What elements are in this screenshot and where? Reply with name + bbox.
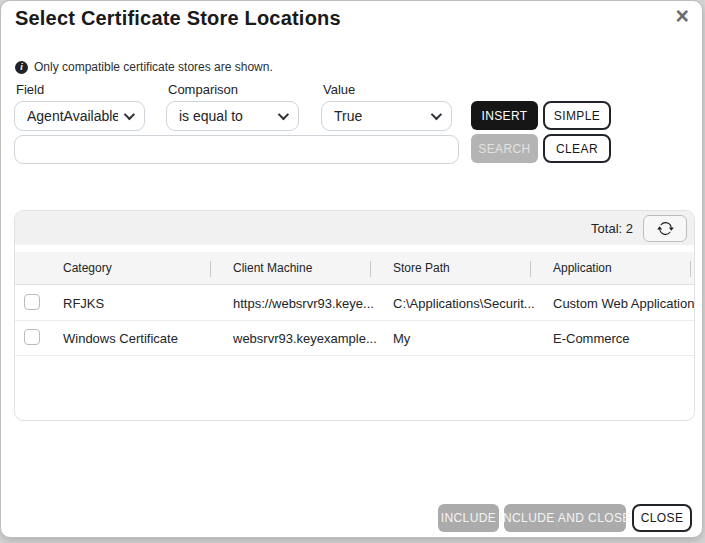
certificate-store-table-panel: Total: 2 Category Client Machine Store P… [14, 210, 695, 421]
table-row: Windows Certificate websrvr93.keyexample… [15, 321, 694, 356]
search-button[interactable]: SEARCH [471, 134, 538, 163]
comparison-label: Comparison [168, 82, 238, 97]
info-icon: i [15, 61, 28, 74]
cell-store-path: C:\Applications\Securit... [380, 296, 540, 311]
field-select[interactable]: AgentAvailable [14, 101, 145, 131]
value-label: Value [323, 82, 355, 97]
chevron-down-icon [431, 109, 442, 120]
cell-client-machine: websrvr93.keyexample... [220, 331, 380, 346]
cell-client-machine: https://websrvr93.keye... [220, 296, 380, 311]
cell-category: RFJKS [50, 296, 220, 311]
row-checkbox[interactable] [24, 329, 40, 345]
column-header-category: Category [50, 261, 220, 275]
header-divider [530, 261, 531, 277]
cell-category: Windows Certificate [50, 331, 220, 346]
value-select[interactable]: True [321, 101, 452, 131]
header-divider [370, 261, 371, 277]
info-message: i Only compatible certificate stores are… [15, 60, 273, 74]
table-toolbar: Total: 2 [15, 211, 694, 245]
header-divider [690, 261, 691, 277]
close-icon[interactable]: × [676, 5, 689, 28]
refresh-icon [657, 220, 674, 237]
field-label: Field [16, 82, 44, 97]
insert-button[interactable]: INSERT [471, 101, 538, 130]
chevron-down-icon [278, 109, 289, 120]
table-header-row: Category Client Machine Store Path Appli… [15, 252, 694, 285]
include-and-close-button[interactable]: INCLUDE AND CLOSE [504, 504, 626, 532]
value-select-value: True [334, 108, 425, 124]
simple-button[interactable]: SIMPLE [543, 101, 611, 130]
clear-button[interactable]: CLEAR [543, 134, 611, 163]
close-button[interactable]: CLOSE [632, 504, 692, 532]
dialog-title: Select Certificate Store Locations [15, 7, 341, 30]
cell-application: E-Commerce [540, 331, 694, 346]
column-header-client-machine: Client Machine [220, 261, 380, 275]
chevron-down-icon [124, 109, 135, 120]
header-divider [210, 261, 211, 277]
select-certificate-store-locations-dialog: Select Certificate Store Locations × i O… [0, 0, 703, 538]
column-header-application: Application [540, 261, 694, 275]
comparison-select-value: is equal to [179, 108, 272, 124]
cell-store-path: My [380, 331, 540, 346]
table-row: RFJKS https://websrvr93.keye... C:\Appli… [15, 286, 694, 321]
cell-application: Custom Web Application [540, 296, 694, 311]
refresh-button[interactable] [643, 215, 687, 242]
query-input[interactable] [14, 135, 459, 164]
row-checkbox[interactable] [24, 294, 40, 310]
include-button[interactable]: INCLUDE [438, 504, 499, 532]
column-header-store-path: Store Path [380, 261, 540, 275]
field-select-value: AgentAvailable [27, 108, 118, 124]
info-text: Only compatible certificate stores are s… [34, 60, 273, 74]
comparison-select[interactable]: is equal to [166, 101, 299, 131]
total-count: Total: 2 [591, 221, 633, 236]
